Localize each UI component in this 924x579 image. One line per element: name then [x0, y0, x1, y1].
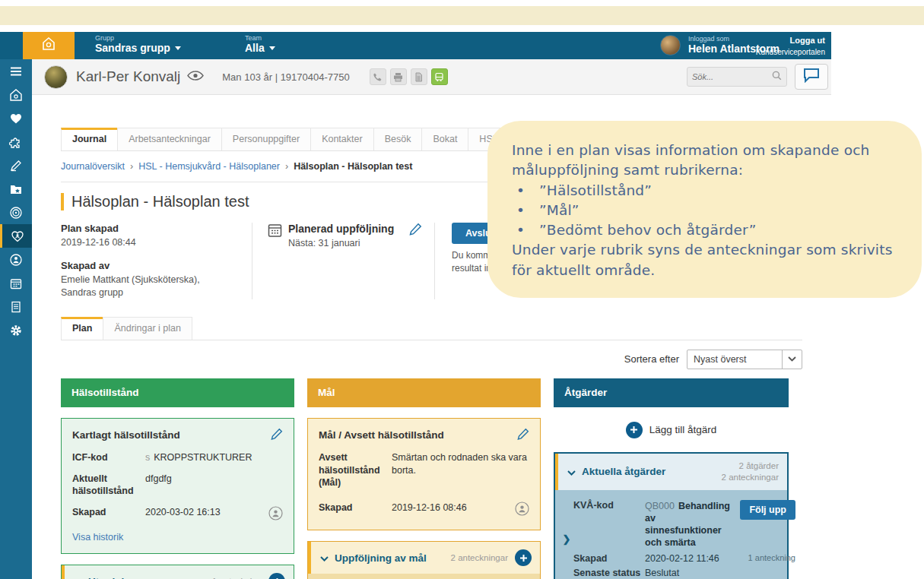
- chevron-down-icon: [74, 574, 82, 579]
- app-logo[interactable]: [23, 32, 75, 59]
- puzzle-icon[interactable]: [0, 130, 32, 153]
- author-icon[interactable]: [268, 506, 283, 524]
- show-history-link[interactable]: Visa historik: [72, 532, 123, 543]
- target-icon[interactable]: [0, 201, 32, 224]
- column-header-halsotillstand: Hälsotillstånd: [61, 378, 294, 407]
- search-icon[interactable]: [772, 70, 782, 84]
- add-note-button[interactable]: [268, 573, 285, 579]
- breadcrumb-link[interactable]: Journalöversikt: [61, 161, 125, 172]
- edit-icon[interactable]: [517, 428, 529, 443]
- search-field: [687, 67, 787, 87]
- eye-icon[interactable]: [187, 70, 204, 84]
- status-label: Senaste status: [573, 568, 645, 578]
- patient-bar: Karl-Per Konvalj Man 103 år | 19170404-7…: [32, 59, 831, 95]
- icf-label: ICF-kod: [72, 451, 145, 464]
- column-halsotillstand: Hälsotillstånd Kartlagt hälsotillstånd I…: [61, 378, 294, 579]
- created-by-label: Skapad av: [61, 260, 237, 271]
- kva-label: KVÅ-kod: [573, 500, 645, 549]
- note-count: 2 anteckningar: [451, 552, 508, 564]
- document-icon[interactable]: [411, 68, 427, 85]
- search-input[interactable]: [692, 72, 772, 81]
- user-avatar[interactable]: [660, 35, 681, 55]
- team-value: Alla: [245, 42, 265, 54]
- sidebar-nav: [0, 59, 32, 579]
- tab-arbetsanteckningar[interactable]: Arbetsanteckningar: [117, 128, 222, 150]
- author-icon[interactable]: [515, 501, 529, 520]
- callout-bullet-2: ”Mål”: [539, 201, 579, 220]
- plus-icon: [626, 422, 643, 438]
- group-label: Grupp: [95, 34, 181, 42]
- tab-bokat[interactable]: Bokat: [421, 128, 468, 150]
- chat-button[interactable]: [795, 64, 828, 90]
- team-label: Team: [245, 34, 275, 42]
- created-label: Skapad: [319, 501, 392, 520]
- bullet: •: [512, 181, 539, 201]
- column-mal: Mål Mål / Avsett hälsotillstånd Avsett h…: [307, 378, 541, 579]
- calendar-icon[interactable]: [0, 271, 32, 295]
- tab-personuppgifter[interactable]: Personuppgifter: [221, 128, 311, 150]
- top-banner-strip: [0, 6, 924, 25]
- folder-star-icon[interactable]: [0, 177, 32, 201]
- printer-icon[interactable]: [390, 68, 407, 85]
- current-health-value: dfgdfg: [145, 473, 283, 498]
- logout-link[interactable]: Logga ut: [756, 36, 825, 45]
- created-by-line2: Sandras grupp: [61, 286, 237, 299]
- phone-icon[interactable]: [370, 68, 386, 85]
- note-entry-header[interactable]: 2020-03-02 14:35 Uppföljning av mål Ej s…: [308, 574, 540, 579]
- callout-outro: Under varje rubrik syns de anteckningar …: [512, 240, 899, 280]
- chevron-right-icon[interactable]: ❯: [560, 533, 573, 545]
- document-icon[interactable]: [0, 295, 32, 318]
- edit-icon[interactable]: [271, 428, 283, 443]
- gear-icon[interactable]: [0, 318, 32, 342]
- chevron-down-icon: [269, 46, 275, 50]
- person-icon[interactable]: [0, 248, 32, 271]
- breadcrumb-separator: ›: [285, 161, 288, 172]
- callout-intro: Inne i en plan visas information om skap…: [512, 141, 899, 181]
- tab-besok[interactable]: Besök: [373, 128, 423, 150]
- callout-bullet-3: ”Bedömt behov och åtgärder”: [539, 220, 756, 240]
- add-action-label: Lägg till åtgärd: [649, 424, 717, 435]
- app-window: Grupp Sandras grupp Team Alla Inloggad s…: [0, 32, 831, 579]
- heart-icon[interactable]: [0, 106, 32, 130]
- follow-up-button[interactable]: Följ upp: [740, 500, 795, 520]
- section-header-aktuella[interactable]: Aktuella åtgärder 2 åtgärder 2 antecknin…: [555, 454, 787, 490]
- home-icon[interactable]: [0, 83, 32, 106]
- note-count: 1 anteckning: [730, 553, 795, 564]
- note-count: 1 anteckning: [212, 576, 262, 579]
- care-heart-icon[interactable]: [0, 224, 32, 248]
- chevron-down-icon: [782, 350, 802, 369]
- group-value: Sandras grupp: [95, 42, 170, 54]
- action-item[interactable]: ❯ KVÅ-kod QB000Behandling av sinnesfunkt…: [560, 493, 780, 579]
- tab-kontakter[interactable]: Kontakter: [310, 128, 374, 150]
- created-label: Skapad: [72, 506, 145, 524]
- portal-link[interactable]: Kundserviceportalen: [756, 48, 825, 56]
- transport-icon[interactable]: [431, 68, 448, 85]
- tab-journal[interactable]: Journal: [61, 128, 118, 150]
- tab-andringar-i-plan[interactable]: Ändringar i plan: [103, 317, 192, 340]
- created-by-line1: Emelie Mattkant (Sjuksköterska),: [61, 274, 237, 286]
- section-header-uppfoljning[interactable]: Uppföljning av mål 2 anteckningar: [308, 542, 540, 574]
- section-title: Aktuella åtgärder: [582, 466, 665, 477]
- pen-icon[interactable]: [0, 153, 32, 177]
- patient-avatar[interactable]: [44, 65, 68, 89]
- note-count: 2 anteckningar: [722, 472, 779, 483]
- breadcrumb-separator: ›: [130, 161, 133, 172]
- group-selector[interactable]: Grupp Sandras grupp: [95, 34, 181, 54]
- breadcrumb-link[interactable]: HSL - Hemsjukvård - Hälsoplaner: [138, 161, 280, 172]
- card-title: Kartlagt hälsotillstånd: [72, 429, 180, 441]
- home-lantern-icon: [40, 36, 57, 55]
- add-note-button[interactable]: [515, 549, 532, 566]
- tab-plan[interactable]: Plan: [61, 317, 103, 340]
- sort-select[interactable]: Nyast överst: [687, 350, 802, 369]
- bullet: •: [512, 201, 539, 220]
- menu-icon[interactable]: [0, 59, 32, 83]
- section-header-utredning[interactable]: Utredning 1 anteckning: [62, 565, 294, 579]
- card-aktuella-atgarder: Aktuella åtgärder 2 åtgärder 2 antecknin…: [554, 452, 789, 579]
- add-action-button[interactable]: Lägg till åtgärd: [554, 419, 789, 441]
- column-header-atgarder: Åtgärder: [554, 378, 789, 407]
- edit-followup-icon[interactable]: [409, 223, 422, 239]
- section-title: Uppföljning av mål: [335, 552, 427, 564]
- action-count: 2 åtgärder: [722, 460, 779, 472]
- team-selector[interactable]: Team Alla: [245, 34, 275, 54]
- target-label: Avsett hälsotillstånd (Mål): [319, 451, 392, 490]
